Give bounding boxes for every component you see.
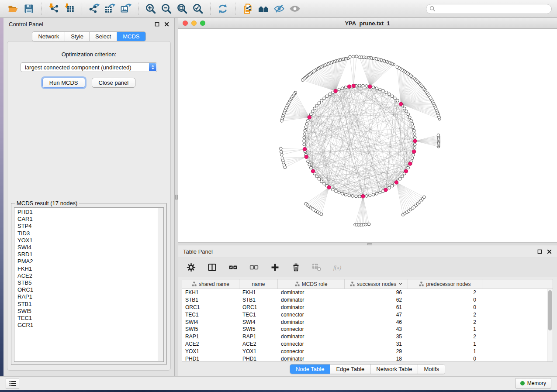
network-node[interactable]: [365, 85, 368, 88]
network-node[interactable]: [280, 147, 283, 150]
network-node[interactable]: [358, 84, 361, 87]
network-node[interactable]: [320, 180, 323, 183]
close-window-icon[interactable]: [183, 21, 188, 26]
network-node[interactable]: [351, 195, 354, 198]
network-node[interactable]: [407, 113, 410, 116]
network-node[interactable]: [338, 191, 341, 194]
vertical-splitter[interactable]: [175, 18, 178, 376]
network-node[interactable]: [280, 150, 283, 153]
network-node[interactable]: [372, 193, 375, 196]
tab-motifs[interactable]: Motifs: [418, 364, 445, 374]
mcds-result-list[interactable]: PHD1CAR1STP4TID3YOX1SWI4SRD1PMA2FKH1ACE2…: [14, 207, 164, 362]
network-node[interactable]: [385, 91, 388, 94]
tab-mcds[interactable]: MCDS: [117, 32, 145, 41]
network-node[interactable]: [391, 95, 394, 98]
network-node[interactable]: [412, 153, 415, 156]
network-node[interactable]: [412, 129, 415, 132]
mcds-result-item[interactable]: TID3: [17, 230, 163, 237]
network-node[interactable]: [412, 126, 415, 129]
mcds-result-item[interactable]: ACE2: [17, 272, 163, 279]
network-node[interactable]: [313, 107, 316, 110]
mcds-result-item[interactable]: GCR1: [17, 322, 163, 329]
mcds-hub-node[interactable]: [304, 155, 308, 158]
network-node[interactable]: [303, 136, 306, 139]
column-header-successor-nodes[interactable]: successor nodes: [345, 279, 408, 289]
memory-button[interactable]: Memory: [515, 378, 551, 389]
table-row[interactable]: RAP1RAP1dominator352: [182, 333, 547, 340]
network-node[interactable]: [358, 56, 361, 59]
network-node[interactable]: [307, 119, 310, 122]
network-node[interactable]: [325, 95, 329, 98]
show-column-panel-button[interactable]: [206, 261, 218, 274]
table-settings-button[interactable]: [185, 261, 197, 274]
network-node[interactable]: [341, 87, 344, 90]
column-header-name[interactable]: name: [239, 279, 278, 289]
table-row[interactable]: SWI5SWI5connector431: [182, 326, 547, 333]
network-node[interactable]: [362, 84, 365, 87]
mcds-result-item[interactable]: RAP1: [17, 293, 163, 300]
network-node[interactable]: [413, 133, 416, 136]
network-node[interactable]: [308, 163, 311, 166]
maximize-window-icon[interactable]: [200, 21, 205, 26]
network-node[interactable]: [318, 178, 321, 181]
select-all-rows-button[interactable]: [227, 261, 239, 274]
mcds-hub-node[interactable]: [334, 89, 337, 93]
network-node[interactable]: [382, 89, 385, 93]
clone-network-button[interactable]: [240, 2, 256, 16]
export-table-button[interactable]: [102, 2, 118, 16]
table-scrollbar[interactable]: [547, 289, 553, 361]
table-row[interactable]: ORC1ORC1dominator610: [182, 304, 547, 311]
mcds-hub-node[interactable]: [368, 85, 372, 88]
hide-selected-button[interactable]: [271, 2, 287, 16]
network-node[interactable]: [309, 166, 312, 169]
mcds-result-item[interactable]: PMA2: [17, 258, 163, 265]
network-node[interactable]: [410, 119, 413, 122]
mcds-hub-node[interactable]: [408, 162, 412, 165]
horizontal-splitter[interactable]: [178, 242, 557, 245]
network-node[interactable]: [320, 213, 323, 216]
mcds-list-scrollbar[interactable]: [158, 208, 163, 361]
mcds-hub-node[interactable]: [384, 188, 387, 192]
mcds-hub-node[interactable]: [404, 169, 408, 173]
tab-edge-table[interactable]: Edge Table: [330, 364, 370, 374]
network-node[interactable]: [303, 143, 306, 146]
mcds-result-item[interactable]: SWI4: [17, 244, 163, 251]
table-row[interactable]: FKH1FKH1dominator962: [182, 289, 547, 296]
network-node[interactable]: [311, 110, 314, 113]
network-node[interactable]: [344, 193, 347, 196]
network-node[interactable]: [301, 79, 304, 82]
network-node[interactable]: [403, 107, 406, 110]
mcds-result-item[interactable]: FKH1: [17, 265, 163, 272]
network-node[interactable]: [367, 223, 370, 226]
table-row[interactable]: TEC1TEC1connector472: [182, 311, 547, 318]
import-table-button[interactable]: [62, 2, 77, 16]
mcds-result-item[interactable]: YOX1: [17, 237, 163, 244]
deselect-all-rows-button[interactable]: [248, 261, 260, 274]
network-node[interactable]: [378, 191, 381, 194]
network-node[interactable]: [375, 87, 378, 90]
zoom-selected-button[interactable]: [190, 2, 206, 16]
splitter-handle-icon[interactable]: [367, 243, 372, 245]
mcds-hub-node[interactable]: [308, 116, 311, 119]
minimize-window-icon[interactable]: [191, 21, 197, 26]
network-node[interactable]: [396, 99, 399, 102]
network-node[interactable]: [338, 88, 341, 91]
zoom-in-button[interactable]: [143, 2, 159, 16]
save-session-button[interactable]: [21, 2, 37, 16]
search-box[interactable]: [426, 4, 552, 14]
export-image-button[interactable]: [118, 2, 134, 16]
network-node[interactable]: [408, 116, 412, 119]
network-node[interactable]: [284, 166, 287, 169]
table-row[interactable]: SWI4SWI4dominator462: [182, 318, 547, 326]
network-canvas[interactable]: [178, 29, 557, 242]
mcds-hub-node[interactable]: [303, 148, 306, 151]
mcds-result-item[interactable]: ORC1: [17, 286, 163, 293]
mcds-result-item[interactable]: SRD1: [17, 251, 163, 258]
network-node[interactable]: [388, 93, 391, 96]
network-node[interactable]: [348, 194, 351, 197]
network-node[interactable]: [407, 166, 410, 169]
network-node[interactable]: [398, 178, 401, 181]
open-file-button[interactable]: [5, 2, 21, 16]
network-node[interactable]: [303, 140, 306, 143]
network-node[interactable]: [375, 192, 378, 195]
